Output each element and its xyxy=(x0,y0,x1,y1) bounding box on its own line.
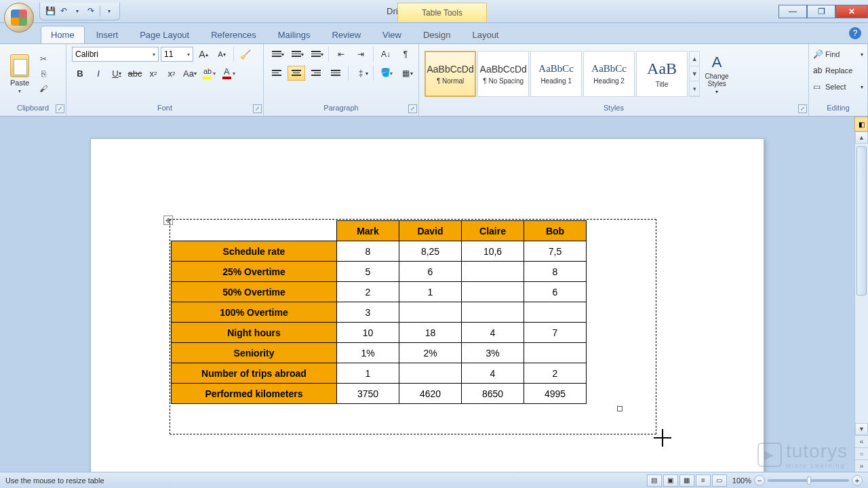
table-row-header[interactable]: 25% Overtime xyxy=(172,262,337,282)
table-row[interactable]: Number of trips abroad142 xyxy=(172,363,587,384)
styles-launcher[interactable]: ⤢ xyxy=(798,104,807,113)
styles-row-up[interactable]: ▲ xyxy=(690,52,699,66)
tab-review[interactable]: Review xyxy=(321,26,371,43)
table-col-header[interactable]: Claire xyxy=(462,221,524,241)
next-page-button[interactable]: » xyxy=(855,460,868,472)
replace-button[interactable]: abReplace xyxy=(812,63,865,78)
tab-page-layout[interactable]: Page Layout xyxy=(130,26,199,43)
subscript-button[interactable]: x2 xyxy=(145,66,161,81)
font-launcher[interactable]: ⤢ xyxy=(253,104,262,113)
table-cell[interactable] xyxy=(524,302,587,323)
table-cell[interactable] xyxy=(399,363,462,384)
document-area[interactable]: ✥ MarkDavidClaireBobSchedule rate88,2510… xyxy=(0,117,854,472)
table-row[interactable]: 25% Overtime568 xyxy=(172,262,587,282)
table-cell[interactable]: 18 xyxy=(399,323,462,343)
help-button[interactable]: ? xyxy=(849,27,861,39)
office-button[interactable] xyxy=(4,3,34,33)
undo-icon[interactable]: ↶ xyxy=(58,5,70,17)
prev-page-button[interactable]: « xyxy=(855,435,868,447)
zoom-slider[interactable] xyxy=(768,479,849,482)
style-item[interactable]: AaBbCcDd¶ Normal xyxy=(425,51,476,97)
table-resize-handle[interactable] xyxy=(617,406,623,411)
font-name-combo[interactable]: Calibri▾ xyxy=(72,47,159,62)
minimize-button[interactable]: ― xyxy=(778,5,807,18)
table-row[interactable]: Performed kilometers3750462086504995 xyxy=(172,384,587,404)
table-cell[interactable]: 5 xyxy=(337,262,399,282)
table-cell[interactable] xyxy=(462,262,524,282)
underline-button[interactable]: U▾ xyxy=(108,66,125,81)
table-row[interactable]: Seniority1%2%3% xyxy=(172,343,587,363)
paste-button[interactable]: Paste ▾ xyxy=(5,49,34,98)
align-center-button[interactable] xyxy=(288,66,305,81)
table-cell[interactable]: 4 xyxy=(462,323,524,343)
table-row-header[interactable]: Night hours xyxy=(172,323,337,343)
table-col-header[interactable]: David xyxy=(399,221,462,241)
change-styles-button[interactable]: AChange Styles▾ xyxy=(701,51,732,97)
show-formatting-button[interactable]: ¶ xyxy=(397,47,414,62)
italic-button[interactable]: I xyxy=(90,66,106,81)
bullets-button[interactable]: ▾ xyxy=(268,47,285,62)
font-color-button[interactable]: A▾ xyxy=(220,66,237,81)
redo-icon[interactable]: ↷ xyxy=(85,5,97,17)
scroll-up-button[interactable]: ▲ xyxy=(855,131,868,144)
copy-button[interactable]: ⎘ xyxy=(37,68,50,80)
table-cell[interactable]: 10 xyxy=(337,323,399,343)
table-cell[interactable]: 6 xyxy=(524,282,587,302)
table-cell[interactable]: 7,5 xyxy=(524,241,587,262)
table-cell[interactable]: 3 xyxy=(337,302,399,323)
table-cell[interactable]: 2% xyxy=(399,343,462,363)
table-cell[interactable]: 4 xyxy=(462,363,524,384)
bold-button[interactable]: B xyxy=(72,66,88,81)
table-cell[interactable]: 4620 xyxy=(399,384,462,404)
clear-formatting-button[interactable]: 🧹 xyxy=(237,47,254,62)
table-cell[interactable]: 8,25 xyxy=(399,241,462,262)
tab-layout[interactable]: Layout xyxy=(462,26,509,43)
paste-dd-icon[interactable]: ▾ xyxy=(18,88,21,94)
table-cell[interactable]: 2 xyxy=(524,363,587,384)
table-row-header[interactable]: Number of trips abroad xyxy=(172,363,337,384)
cut-button[interactable]: ✂ xyxy=(37,53,50,65)
zoom-level[interactable]: 100% xyxy=(732,476,751,485)
tab-view[interactable]: View xyxy=(372,26,412,43)
table-cell[interactable]: 1 xyxy=(337,363,399,384)
table-cell[interactable] xyxy=(524,343,587,363)
borders-button[interactable]: ▦▾ xyxy=(397,66,414,81)
browse-object-button[interactable]: ○ xyxy=(855,447,868,460)
tab-design[interactable]: Design xyxy=(413,26,460,43)
style-item[interactable]: AaBTitle xyxy=(636,51,688,97)
table-row-header[interactable]: 50% Overtime xyxy=(172,282,337,302)
table-row-header[interactable]: 100% Overtime xyxy=(172,302,337,323)
table-cell[interactable]: 1% xyxy=(337,343,399,363)
table-row[interactable]: Night hours101847 xyxy=(172,323,587,343)
grow-font-button[interactable]: A▴ xyxy=(195,47,212,62)
table-row[interactable]: 100% Overtime3 xyxy=(172,302,587,323)
outline-view[interactable]: ≡ xyxy=(696,474,711,487)
styles-scroll[interactable]: ▲▼▾ xyxy=(689,51,700,97)
tab-references[interactable]: References xyxy=(201,26,266,43)
data-table[interactable]: MarkDavidClaireBobSchedule rate88,2510,6… xyxy=(171,220,587,404)
style-item[interactable]: AaBbCcHeading 1 xyxy=(530,51,582,97)
format-painter-button[interactable]: 🖌 xyxy=(37,83,50,95)
tab-home[interactable]: Home xyxy=(41,26,85,43)
justify-button[interactable] xyxy=(327,66,344,81)
vertical-scrollbar[interactable]: ▲ ▼ « ○ » xyxy=(854,117,868,472)
table-row[interactable]: 50% Overtime216 xyxy=(172,282,587,302)
select-button[interactable]: ▭Select ▾ xyxy=(812,79,865,94)
line-spacing-button[interactable]: ‡▾ xyxy=(352,66,370,81)
save-icon[interactable]: 💾 xyxy=(44,5,56,17)
styles-row-down[interactable]: ▼ xyxy=(690,66,699,81)
style-item[interactable]: AaBbCcDd¶ No Spacing xyxy=(477,51,529,97)
table-col-header[interactable]: Bob xyxy=(524,221,587,241)
zoom-slider-thumb[interactable] xyxy=(807,476,811,485)
full-screen-view[interactable]: ▣ xyxy=(663,474,678,487)
change-case-button[interactable]: Aa▾ xyxy=(182,66,198,81)
table-row[interactable]: Schedule rate88,2510,67,5 xyxy=(172,241,587,262)
table-cell[interactable]: 8650 xyxy=(462,384,524,404)
scroll-track[interactable] xyxy=(855,144,868,423)
table-cell[interactable]: 10,6 xyxy=(462,241,524,262)
scroll-down-button[interactable]: ▼ xyxy=(855,423,868,435)
table-cell[interactable] xyxy=(462,302,524,323)
print-layout-view[interactable]: ▤ xyxy=(647,474,662,487)
table-col-header[interactable]: Mark xyxy=(337,221,399,241)
paragraph-launcher[interactable]: ⤢ xyxy=(408,104,417,113)
